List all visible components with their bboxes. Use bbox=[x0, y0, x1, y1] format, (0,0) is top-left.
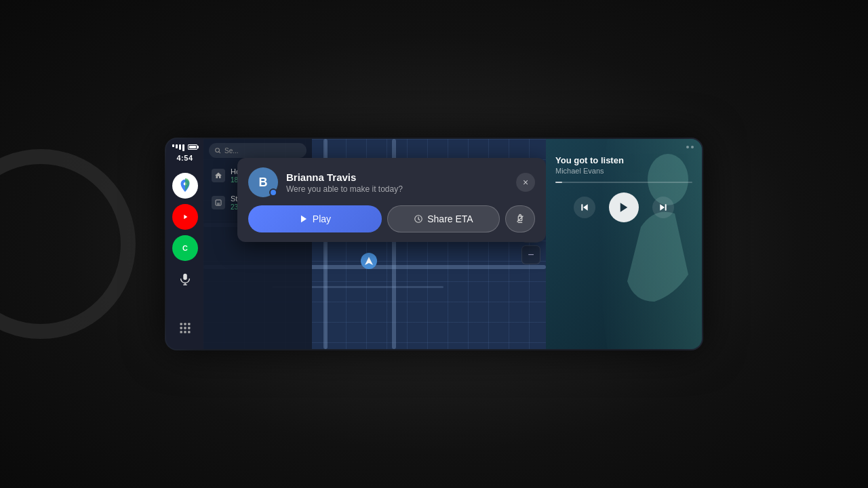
prev-icon bbox=[579, 202, 590, 213]
search-bar[interactable]: Se... bbox=[209, 143, 307, 158]
svg-rect-24 bbox=[217, 203, 220, 205]
sidebar-item-youtube[interactable] bbox=[172, 204, 198, 230]
map-area[interactable]: + − Se... bbox=[203, 139, 546, 349]
notification-message: Were you able to make it today? bbox=[286, 184, 508, 194]
play-button[interactable]: Play bbox=[248, 205, 382, 232]
car-screen: 4:54 C bbox=[166, 139, 702, 349]
navigation-arrow bbox=[361, 253, 377, 269]
svg-rect-6 bbox=[180, 323, 182, 325]
zoom-out-button[interactable]: − bbox=[521, 245, 540, 264]
home-icon bbox=[212, 169, 225, 182]
sidebar-item-phone[interactable]: C bbox=[172, 235, 198, 261]
progress-fill bbox=[555, 182, 562, 183]
svg-line-22 bbox=[219, 152, 220, 153]
sidebar-item-maps[interactable] bbox=[172, 173, 198, 199]
svg-rect-11 bbox=[188, 327, 190, 329]
music-panel: You got to listen Michael Evans bbox=[546, 139, 702, 349]
contact-name: Brianna Travis bbox=[286, 171, 508, 183]
notification-actions: Play Share ETA bbox=[248, 205, 535, 232]
main-area: + − Se... bbox=[203, 139, 546, 349]
svg-marker-34 bbox=[620, 203, 628, 212]
music-progress-bar[interactable] bbox=[546, 178, 702, 187]
svg-rect-10 bbox=[184, 327, 186, 329]
svg-marker-25 bbox=[301, 216, 307, 223]
svg-rect-3 bbox=[183, 274, 187, 280]
time-display: 4:54 bbox=[176, 154, 193, 162]
svg-rect-13 bbox=[184, 331, 186, 333]
avatar-badge bbox=[269, 188, 277, 197]
svg-rect-9 bbox=[180, 327, 182, 329]
music-artist: Michael Evans bbox=[555, 167, 692, 175]
clock-icon bbox=[414, 214, 423, 224]
svg-rect-7 bbox=[184, 323, 186, 325]
sidebar: 4:54 C bbox=[166, 139, 203, 349]
grid-icon bbox=[178, 321, 192, 335]
svg-marker-15 bbox=[365, 257, 373, 265]
play-pause-button[interactable] bbox=[609, 192, 639, 222]
play-icon bbox=[299, 214, 309, 224]
maps-icon bbox=[178, 178, 193, 193]
play-label: Play bbox=[313, 214, 331, 224]
mute-icon bbox=[515, 214, 526, 224]
svg-marker-32 bbox=[583, 204, 588, 210]
music-controls bbox=[546, 187, 702, 232]
music-title: You got to listen bbox=[555, 155, 692, 165]
prev-track-button[interactable] bbox=[574, 197, 595, 218]
next-icon bbox=[658, 202, 669, 213]
play-pause-icon bbox=[618, 201, 630, 214]
share-eta-button[interactable]: Share ETA bbox=[387, 205, 500, 232]
sidebar-item-mic[interactable] bbox=[172, 266, 198, 292]
contact-initial: B bbox=[259, 176, 268, 190]
search-icon bbox=[214, 147, 221, 154]
svg-line-28 bbox=[418, 219, 420, 220]
svg-rect-33 bbox=[581, 204, 583, 210]
signal-icons bbox=[172, 144, 197, 151]
mic-icon bbox=[178, 272, 193, 287]
svg-text:C: C bbox=[182, 244, 188, 252]
mute-button[interactable] bbox=[505, 205, 535, 232]
music-info: You got to listen Michael Evans bbox=[546, 144, 702, 178]
next-track-button[interactable] bbox=[652, 197, 674, 218]
svg-marker-35 bbox=[660, 204, 665, 210]
search-placeholder: Se... bbox=[224, 147, 239, 155]
youtube-icon bbox=[178, 210, 192, 224]
svg-rect-12 bbox=[180, 331, 182, 333]
sidebar-item-allapps[interactable] bbox=[172, 315, 198, 341]
phone-icon: C bbox=[178, 241, 192, 255]
close-button[interactable]: × bbox=[516, 173, 535, 192]
battery-icon bbox=[188, 144, 197, 150]
store-icon bbox=[212, 196, 225, 209]
contact-avatar: B bbox=[248, 167, 278, 197]
share-eta-label: Share ETA bbox=[427, 214, 473, 224]
svg-rect-8 bbox=[188, 323, 190, 325]
svg-rect-36 bbox=[665, 204, 667, 210]
notification-popup: B Brianna Travis Were you able to make i… bbox=[237, 158, 546, 242]
svg-rect-14 bbox=[188, 331, 190, 333]
